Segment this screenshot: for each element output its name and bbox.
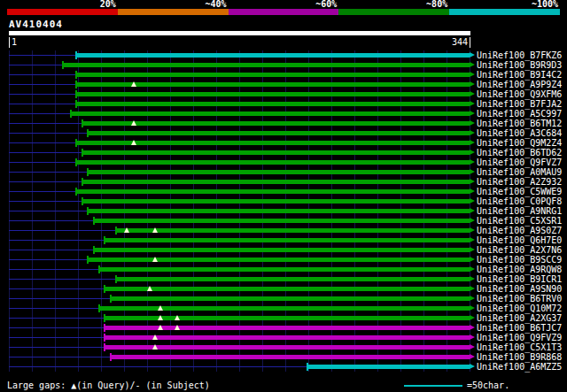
hit-label[interactable]: UniRef100_A9SN90 xyxy=(477,284,562,294)
hit-bar[interactable] xyxy=(94,219,470,223)
hit-arrowhead-icon xyxy=(470,325,475,330)
hit-label[interactable]: UniRef100_B9I4C2 xyxy=(477,70,562,80)
hit-label[interactable]: UniRef100_A5C997 xyxy=(477,109,562,119)
identity-scale-segments xyxy=(7,9,560,15)
hit-bar[interactable] xyxy=(105,238,470,242)
hit-bar[interactable] xyxy=(82,180,470,184)
hit-label[interactable]: UniRef100_B9SCC9 xyxy=(477,255,562,265)
hit-bar[interactable] xyxy=(88,131,470,135)
hit-arrowhead-icon xyxy=(470,237,475,242)
hit-arrowhead-icon xyxy=(470,150,475,155)
scale-label: ~100% xyxy=(449,0,560,8)
query-extent-line xyxy=(9,298,111,299)
hit-arrowhead-icon xyxy=(470,72,475,77)
hit-label[interactable]: UniRef100_C0PQF8 xyxy=(477,196,562,206)
ruler-start-label: 1 xyxy=(12,38,17,47)
query-extent-line xyxy=(9,318,105,319)
hit-label[interactable]: UniRef100_A6MZZ5 xyxy=(477,362,562,372)
hit-row: UniRef100_A9S0Z7 xyxy=(0,226,567,235)
hit-row: UniRef100_Q9FVZ9 xyxy=(0,333,567,342)
hit-label[interactable]: UniRef100_B6TD62 xyxy=(477,148,562,158)
hit-bar[interactable] xyxy=(111,296,470,301)
hit-bar[interactable] xyxy=(88,257,470,262)
hit-bar[interactable] xyxy=(76,102,470,106)
hit-label[interactable]: UniRef100_A2Z932 xyxy=(477,177,562,187)
hit-label[interactable]: UniRef100_C5WWE9 xyxy=(477,187,562,196)
hit-arrowhead-icon xyxy=(470,247,475,252)
hit-arrowhead-icon xyxy=(470,140,475,145)
hit-bar[interactable] xyxy=(76,73,470,77)
hit-arrowhead-icon xyxy=(470,111,475,116)
hit-bar[interactable] xyxy=(307,365,470,369)
hit-bar[interactable] xyxy=(105,335,470,340)
hit-bar[interactable] xyxy=(76,92,470,96)
hit-arrowhead-icon xyxy=(470,120,475,126)
hit-label[interactable]: UniRef100_B6TM12 xyxy=(477,119,562,128)
hit-bar[interactable] xyxy=(99,267,470,272)
hit-bar[interactable] xyxy=(88,209,470,213)
hit-row: UniRef100_B9R9D3 xyxy=(0,60,567,70)
hit-bar[interactable] xyxy=(94,248,470,252)
hit-arrowhead-icon xyxy=(470,91,475,96)
hit-label[interactable]: UniRef100_B9R9D3 xyxy=(477,60,562,70)
hit-bar[interactable] xyxy=(82,121,470,126)
query-extent-line xyxy=(9,65,63,65)
hit-bar[interactable] xyxy=(99,306,470,311)
hit-label[interactable]: UniRef100_A2XG37 xyxy=(477,313,562,323)
hit-bar[interactable] xyxy=(82,150,470,155)
hit-label[interactable]: UniRef100_A0MAU9 xyxy=(477,167,562,177)
query-extent-line xyxy=(9,191,76,192)
hit-bar[interactable] xyxy=(76,189,470,194)
hit-bar[interactable] xyxy=(111,355,470,359)
hit-bar[interactable] xyxy=(105,287,470,291)
hit-bar[interactable] xyxy=(105,345,470,350)
hit-bar[interactable] xyxy=(116,228,470,233)
hit-row: UniRef100_C0PQF8 xyxy=(0,196,567,206)
hit-bar[interactable] xyxy=(63,63,470,67)
query-extent-line xyxy=(9,74,76,75)
hit-arrowhead-icon xyxy=(470,198,475,204)
scale-segment xyxy=(338,9,449,15)
hit-row: UniRef100_A3C684 xyxy=(0,128,567,138)
hit-bar[interactable] xyxy=(88,170,470,174)
hit-label[interactable]: UniRef100_A9P9Z4 xyxy=(477,80,562,89)
query-extent-line xyxy=(9,104,76,104)
hit-label[interactable]: UniRef100_A2X7N6 xyxy=(477,245,562,255)
gap-marker-icon xyxy=(152,334,158,340)
gap-marker-icon xyxy=(175,325,180,330)
hit-label[interactable]: UniRef100_Q10M72 xyxy=(477,304,562,313)
hit-row: UniRef100_C5XSR1 xyxy=(0,216,567,226)
scale-segment xyxy=(229,9,339,15)
hit-label[interactable]: UniRef100_Q9FVZ7 xyxy=(477,158,562,167)
hit-label[interactable]: UniRef100_C5XSR1 xyxy=(477,216,562,226)
hit-bar[interactable] xyxy=(76,53,470,58)
hit-arrowhead-icon xyxy=(470,208,475,213)
hit-row: UniRef100_B9R868 xyxy=(0,352,567,362)
hit-label[interactable]: UniRef100_C5X1T3 xyxy=(477,342,562,352)
hit-label[interactable]: UniRef100_Q9M2Z4 xyxy=(477,138,562,148)
hit-label[interactable]: UniRef100_A9RQW8 xyxy=(477,265,562,274)
hit-label[interactable]: UniRef100_A9NRG1 xyxy=(477,206,562,216)
hit-label[interactable]: UniRef100_B7FJA2 xyxy=(477,99,562,109)
hit-label[interactable]: UniRef100_A9S0Z7 xyxy=(477,226,562,235)
query-extent-line xyxy=(9,269,99,270)
query-extent-line xyxy=(9,162,76,163)
hit-label[interactable]: UniRef100_A3C684 xyxy=(477,128,562,138)
hit-bar[interactable] xyxy=(71,111,470,116)
hit-label[interactable]: UniRef100_Q9FVZ9 xyxy=(477,333,562,342)
hit-bar[interactable] xyxy=(82,199,470,204)
hit-label[interactable]: UniRef100_B9R868 xyxy=(477,352,562,362)
query-extent-line xyxy=(9,55,76,56)
hit-arrowhead-icon xyxy=(470,169,475,174)
hit-label[interactable]: UniRef100_B6TJC7 xyxy=(477,323,562,333)
scale-segment xyxy=(449,9,560,15)
hit-label[interactable]: UniRef100_B9ICR1 xyxy=(477,274,562,284)
hit-label[interactable]: UniRef100_B7FKZ6 xyxy=(477,50,562,60)
hit-label[interactable]: UniRef100_Q6H7E0 xyxy=(477,235,562,245)
hit-row: UniRef100_Q9XFM6 xyxy=(0,89,567,99)
hit-label[interactable]: UniRef100_Q9XFM6 xyxy=(477,89,562,99)
hit-bar[interactable] xyxy=(76,160,470,165)
hit-arrowhead-icon xyxy=(470,188,475,194)
hit-bar[interactable] xyxy=(116,277,470,281)
hit-label[interactable]: UniRef100_B6TRV0 xyxy=(477,294,562,304)
